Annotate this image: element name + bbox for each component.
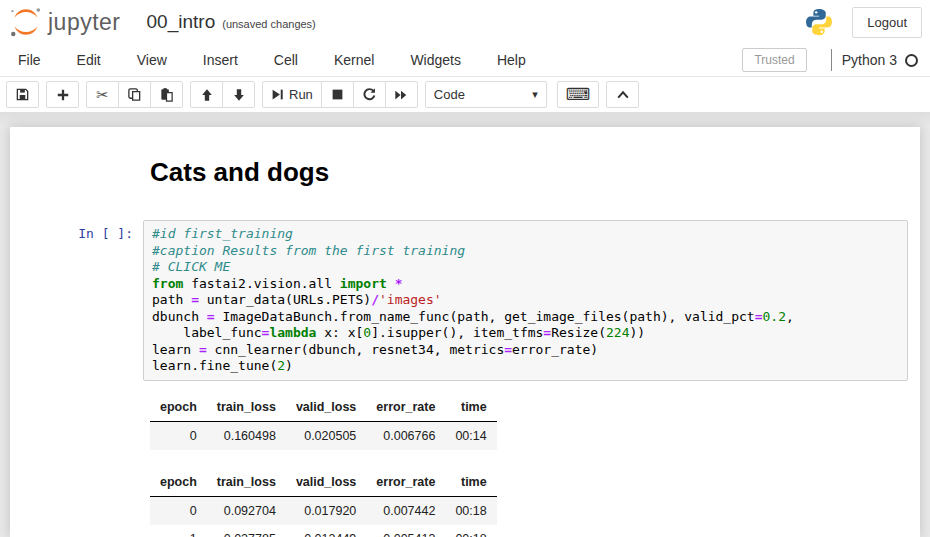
cell-type-dropdown[interactable]: Code ▾: [425, 81, 547, 108]
column-header: valid_loss: [286, 470, 366, 497]
code-line: from fastai2.vision.all import *: [152, 276, 899, 293]
code-line: dbunch = ImageDataBunch.from_name_func(p…: [152, 309, 899, 326]
jupyter-logo-text: jupyter: [48, 9, 121, 36]
table-cell: 0.007442: [366, 496, 445, 525]
run-step-forward-icon: [271, 88, 284, 101]
table-cell: 0.020505: [286, 421, 366, 450]
column-header: valid_loss: [286, 395, 366, 422]
notebook-title[interactable]: 00_intro: [147, 11, 216, 33]
table-cell: 0.006766: [366, 421, 445, 450]
table-cell: 00:18: [445, 525, 496, 537]
chevron-up-icon: [616, 88, 630, 102]
move-cell-down-button[interactable]: [222, 81, 255, 108]
menu-item-file[interactable]: File: [8, 45, 55, 75]
run-button-label: Run: [289, 87, 313, 102]
markdown-cell[interactable]: Cats and dogs: [10, 145, 920, 194]
refresh-icon: [362, 87, 377, 102]
table-cell: 0: [150, 496, 207, 525]
code-line: #caption Results from the first training: [152, 243, 899, 260]
notebook-container: Cats and dogs In [ ]: #id first_training…: [10, 127, 920, 537]
interrupt-kernel-button[interactable]: [321, 81, 354, 108]
table-cell: 1: [150, 525, 207, 537]
cut-cell-button[interactable]: ✂: [86, 81, 119, 108]
checkpoint-status: (unsaved changes): [222, 18, 316, 30]
code-line: path = untar_data(URLs.PETS)/'images': [152, 292, 899, 309]
column-header: error_rate: [366, 395, 445, 422]
menubar-divider: [831, 49, 832, 71]
table-header-row: epochtrain_lossvalid_losserror_ratetime: [150, 395, 497, 422]
table-row: 00.1604980.0205050.00676600:14: [150, 421, 497, 450]
cell-type-value: Code: [434, 87, 465, 102]
table-cell: 0.160498: [207, 421, 286, 450]
code-line: #id first_training: [152, 226, 899, 243]
table-cell: 0: [150, 421, 207, 450]
chevron-down-icon: ▾: [532, 88, 538, 101]
arrow-down-icon: [232, 88, 246, 102]
column-header: error_rate: [366, 470, 445, 497]
toolbar: ✂ Run: [0, 77, 930, 112]
plus-icon: [56, 88, 70, 102]
notebook-background: Cats and dogs In [ ]: #id first_training…: [0, 112, 930, 537]
table-cell: 0.017920: [286, 496, 366, 525]
column-header: time: [445, 395, 496, 422]
restart-run-all-button[interactable]: [385, 81, 418, 108]
menubar-items: FileEditViewInsertCellKernelWidgetsHelp: [8, 45, 552, 75]
command-palette-button[interactable]: ⌨: [557, 81, 600, 108]
menu-item-widgets[interactable]: Widgets: [400, 45, 475, 75]
input-prompt: In [ ]:: [10, 220, 143, 241]
training-results-table: epochtrain_lossvalid_losserror_ratetime0…: [150, 395, 497, 450]
table-cell: 00:18: [445, 496, 496, 525]
stop-icon: [331, 88, 344, 101]
column-header: train_loss: [207, 470, 286, 497]
table-row: 10.0277850.0124490.00541300:18: [150, 525, 497, 537]
jupyter-logo-icon: [8, 6, 44, 38]
copy-cell-button[interactable]: [118, 81, 151, 108]
logout-button[interactable]: Logout: [852, 7, 922, 38]
trusted-badge[interactable]: Trusted: [742, 48, 806, 72]
table-cell: 0.092704: [207, 496, 286, 525]
scroll-up-button[interactable]: [606, 81, 639, 108]
scissors-icon: ✂: [96, 87, 109, 102]
save-button[interactable]: [6, 81, 39, 108]
code-cell: In [ ]: #id first_training#caption Resul…: [10, 220, 920, 381]
code-input-area[interactable]: #id first_training#caption Results from …: [143, 220, 908, 381]
kernel-idle-icon: [905, 54, 918, 67]
menu-item-cell[interactable]: Cell: [264, 45, 312, 75]
menu-item-view[interactable]: View: [127, 45, 181, 75]
paste-icon: [159, 87, 174, 102]
column-header: epoch: [150, 470, 207, 497]
output-area: epochtrain_lossvalid_losserror_ratetime0…: [10, 395, 920, 537]
menu-item-insert[interactable]: Insert: [193, 45, 252, 75]
kernel-name: Python 3: [842, 52, 897, 68]
code-line: label_func=lambda x: x[0].isupper(), ite…: [152, 325, 899, 342]
code-line: learn.fine_tune(2): [152, 358, 899, 375]
table-row: 00.0927040.0179200.00744200:18: [150, 496, 497, 525]
table-cell: 00:14: [445, 421, 496, 450]
code-editor[interactable]: #id first_training#caption Results from …: [152, 226, 899, 375]
fast-forward-icon: [394, 88, 408, 102]
menu-item-help[interactable]: Help: [487, 45, 540, 75]
table-header-row: epochtrain_lossvalid_losserror_ratetime: [150, 470, 497, 497]
run-button[interactable]: Run: [262, 81, 322, 108]
markdown-heading: Cats and dogs: [150, 157, 908, 188]
paste-cell-button[interactable]: [150, 81, 183, 108]
column-header: epoch: [150, 395, 207, 422]
menubar: FileEditViewInsertCellKernelWidgetsHelp …: [0, 44, 930, 77]
insert-cell-button[interactable]: [46, 81, 79, 108]
arrow-up-icon: [200, 88, 214, 102]
table-cell: 0.012449: [286, 525, 366, 537]
menu-item-kernel[interactable]: Kernel: [324, 45, 388, 75]
column-header: train_loss: [207, 395, 286, 422]
move-cell-up-button[interactable]: [190, 81, 223, 108]
python-logo-icon: [804, 7, 834, 37]
jupyter-logo[interactable]: jupyter: [8, 6, 121, 38]
table-cell: 0.005413: [366, 525, 445, 537]
save-icon: [15, 87, 30, 102]
keyboard-icon: ⌨: [566, 84, 591, 105]
code-line: # CLICK ME: [152, 259, 899, 276]
table-cell: 0.027785: [207, 525, 286, 537]
menu-item-edit[interactable]: Edit: [67, 45, 115, 75]
restart-kernel-button[interactable]: [353, 81, 386, 108]
code-line: learn = cnn_learner(dbunch, resnet34, me…: [152, 342, 899, 359]
column-header: time: [445, 470, 496, 497]
